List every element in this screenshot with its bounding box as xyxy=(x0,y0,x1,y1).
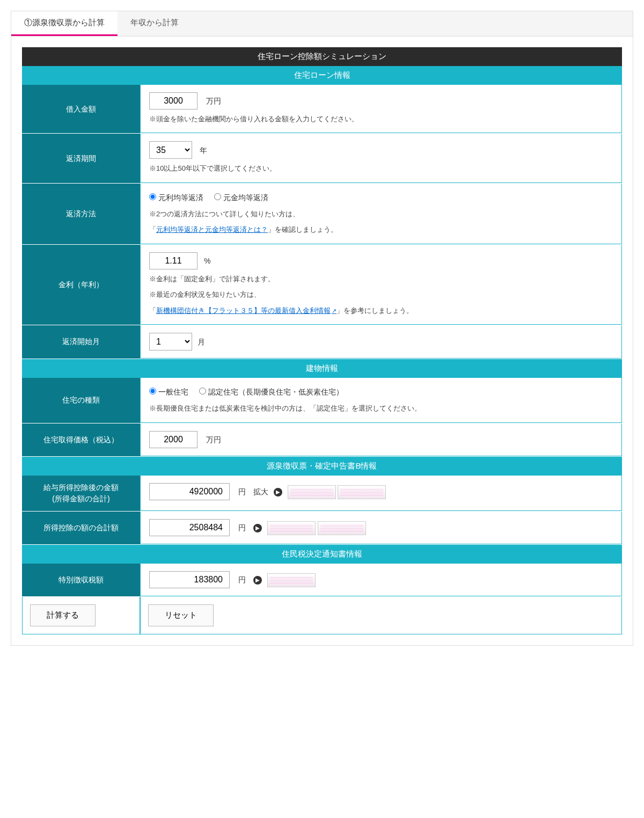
loan-method-radio-2[interactable]: 元金均等返済 xyxy=(214,193,268,202)
loan-method-label: 返済方法 xyxy=(22,184,140,244)
loan-period-note: ※10以上50年以下で選択してください。 xyxy=(149,162,613,174)
section-building-header: 建物情報 xyxy=(22,359,622,378)
loan-amount-note: ※頭金を除いた金融機関から借り入れる金額を入力してください。 xyxy=(149,113,613,125)
loan-amount-unit: 万円 xyxy=(206,97,221,105)
loan-period-select[interactable]: 35 xyxy=(149,141,192,159)
tax-label: 特別徴収税額 xyxy=(22,564,140,596)
loan-method-radio-1[interactable]: 元利均等返済 xyxy=(149,193,203,202)
building-type-radio-2[interactable]: 認定住宅（長期優良住宅・低炭素住宅） xyxy=(199,388,343,396)
arrow-right-icon[interactable]: ▶ xyxy=(274,488,282,496)
tab-nenshu[interactable]: 年収から計算 xyxy=(118,11,192,36)
loan-rate-note1: ※金利は「固定金利」で計算されます。 xyxy=(149,273,613,285)
deduction-label: 所得控除の額の合計額 xyxy=(22,512,140,544)
tax-unit: 円 xyxy=(238,575,246,584)
income-input[interactable] xyxy=(149,483,230,500)
document-thumb-2[interactable] xyxy=(338,485,386,499)
building-price-input[interactable] xyxy=(149,431,197,448)
loan-period-label: 返済期間 xyxy=(22,134,140,182)
document-thumb-5[interactable] xyxy=(267,573,316,587)
income-label: 給与所得控除後の金額 (所得金額の合計) xyxy=(22,476,140,511)
calc-button[interactable]: 計算する xyxy=(30,604,96,626)
loan-rate-unit: % xyxy=(204,257,210,265)
loan-amount-label: 借入金額 xyxy=(22,85,140,133)
section-gensen-header: 源泉徴収票・確定申告書B情報 xyxy=(22,457,622,476)
tax-input[interactable] xyxy=(149,571,230,588)
loan-rate-input[interactable] xyxy=(149,252,197,269)
building-type-label: 住宅の種類 xyxy=(22,378,140,423)
loan-start-unit: 月 xyxy=(197,338,205,346)
deduction-unit: 円 xyxy=(238,523,246,532)
deduction-input[interactable] xyxy=(149,519,230,536)
loan-rate-link[interactable]: 新機構団信付き【フラット３５】等の最新借入金利情報 xyxy=(156,306,336,315)
tabs: ①源泉徴収票から計算 年収から計算 xyxy=(11,11,633,36)
building-price-label: 住宅取得価格（税込） xyxy=(22,423,140,456)
loan-rate-note2: ※最近の金利状況を知りたい方は、 xyxy=(149,288,613,301)
loan-period-unit: 年 xyxy=(200,146,207,155)
section-loan-header: 住宅ローン情報 xyxy=(22,66,622,85)
income-unit: 円 xyxy=(238,487,246,496)
page-title: 住宅ローン控除額シミュレーション xyxy=(22,47,622,66)
building-price-unit: 万円 xyxy=(206,435,221,444)
loan-start-label: 返済開始月 xyxy=(22,325,140,359)
document-thumb-1[interactable] xyxy=(288,485,336,499)
loan-amount-input[interactable] xyxy=(149,92,197,109)
expand-link[interactable]: 拡大 xyxy=(253,487,268,496)
loan-start-select[interactable]: 1 xyxy=(149,333,192,350)
loan-method-note1: ※2つの返済方法について詳しく知りたい方は、 xyxy=(149,208,613,220)
document-thumb-3[interactable] xyxy=(267,521,316,535)
loan-method-link[interactable]: 元利均等返済と元金均等返済とは？ xyxy=(156,225,268,233)
building-type-note: ※長期優良住宅または低炭素住宅を検討中の方は、「認定住宅」を選択してください。 xyxy=(149,402,613,414)
tab-gensen[interactable]: ①源泉徴収票から計算 xyxy=(11,11,118,36)
document-thumb-4[interactable] xyxy=(318,521,366,535)
loan-rate-label: 金利（年利） xyxy=(22,245,140,325)
arrow-right-icon[interactable]: ▶ xyxy=(253,576,262,585)
arrow-right-icon[interactable]: ▶ xyxy=(253,524,262,532)
reset-button[interactable]: リセット xyxy=(148,604,214,626)
building-type-radio-1[interactable]: 一般住宅 xyxy=(149,388,188,396)
section-juminzei-header: 住民税決定通知書情報 xyxy=(22,545,622,564)
